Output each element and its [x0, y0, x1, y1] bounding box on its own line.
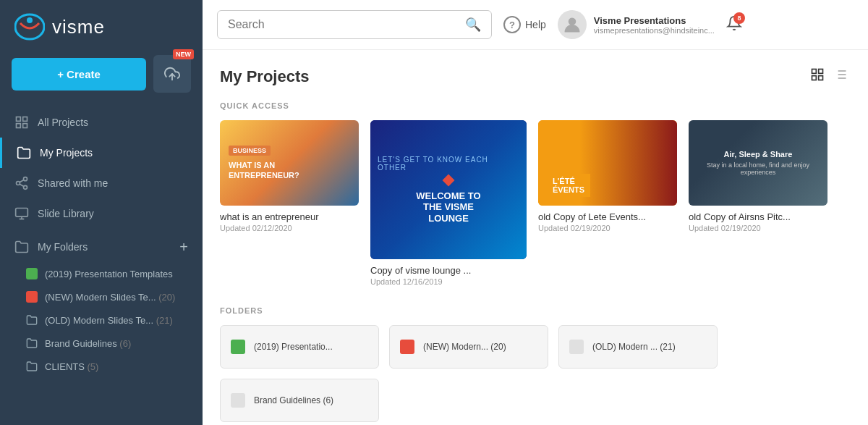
- folder-card-1[interactable]: (2019) Presentatio...: [220, 325, 379, 369]
- projects-grid: BUSINESS WHAT IS ANENTREPRENEUR? what is…: [220, 120, 851, 286]
- folder-list: (2019) Presentation Templates (NEW) Mode…: [0, 262, 203, 378]
- notifications-button[interactable]: 8: [726, 15, 742, 35]
- folder-card-icon-3: [569, 340, 584, 354]
- folder-card-label-4: Brand Guidelines (6): [254, 395, 333, 405]
- sidebar-folder-2019[interactable]: (2019) Presentation Templates: [0, 262, 203, 285]
- folder-color-new-modern: [26, 291, 38, 303]
- help-circle-icon: ?: [503, 16, 521, 33]
- folder-card-2[interactable]: (NEW) Modern... (20): [389, 325, 548, 369]
- folder-label-clients: CLIENTS (5): [45, 361, 98, 372]
- grid-view-button[interactable]: [807, 64, 827, 88]
- topbar: 🔍 ? Help Visme Presentations vismepresen…: [203, 0, 868, 50]
- share-icon: [14, 176, 29, 190]
- sidebar-folder-brand[interactable]: Brand Guidelines (6): [0, 332, 203, 355]
- svg-line-11: [20, 180, 24, 182]
- project-thumbnail-3: L'ÉTÉÉVENTS: [538, 120, 677, 206]
- project-card-1[interactable]: BUSINESS WHAT IS ANENTREPRENEUR? what is…: [220, 120, 359, 286]
- folder-card-label-2: (NEW) Modern... (20): [423, 342, 506, 352]
- search-input[interactable]: [228, 18, 465, 31]
- upload-button[interactable]: NEW: [153, 55, 191, 93]
- folder-card-label-1: (2019) Presentatio...: [254, 342, 333, 352]
- help-label: Help: [525, 19, 546, 30]
- project-name-1: what is an entrepreneur: [220, 211, 359, 222]
- folder-outline-clients: [26, 361, 38, 372]
- svg-line-10: [20, 184, 24, 186]
- folder-label-new-modern: (NEW) Modern Slides Te... (20): [45, 292, 175, 303]
- my-folders-icon: [14, 240, 29, 254]
- avatar: [558, 10, 587, 39]
- thumb-subtitle-4: Stay in a local home, find and enjoy exp…: [696, 161, 820, 176]
- search-box[interactable]: 🔍: [217, 10, 492, 39]
- project-name-4: old Copy of Airsns Pitc...: [689, 211, 827, 222]
- project-date-4: Updated 02/19/2020: [689, 224, 827, 232]
- folder-label-brand: Brand Guidelines (6): [45, 338, 131, 349]
- add-folder-button[interactable]: +: [179, 240, 188, 254]
- svg-point-9: [24, 185, 27, 189]
- folder-label-old-modern: (OLD) Modern Slides Te... (21): [45, 315, 173, 326]
- svg-rect-6: [23, 124, 27, 128]
- folders-section-label: FOLDERS: [220, 306, 851, 315]
- my-folders-header[interactable]: My Folders +: [0, 232, 203, 262]
- grid-icon: [14, 115, 29, 130]
- list-view-icon: [833, 67, 848, 82]
- sidebar-folder-old-modern[interactable]: (OLD) Modern Slides Te... (21): [0, 308, 203, 332]
- my-folders-label: My Folders: [38, 241, 171, 253]
- svg-point-7: [24, 177, 27, 181]
- create-area: + Create NEW: [0, 49, 203, 104]
- user-area[interactable]: Visme Presentations vismepresentations@h…: [558, 10, 715, 39]
- folder-outline-brand: [26, 337, 38, 349]
- user-name: Visme Presentations: [594, 15, 715, 26]
- new-badge: NEW: [173, 49, 194, 59]
- nav-items: All Projects My Projects Shared with me …: [0, 104, 203, 232]
- svg-rect-4: [23, 117, 27, 122]
- logo-text: visme: [52, 16, 105, 38]
- project-card-3[interactable]: L'ÉTÉÉVENTS old Copy of Lete Events... U…: [538, 120, 677, 286]
- upload-icon: [164, 66, 180, 82]
- sidebar-item-slide-library[interactable]: Slide Library: [0, 198, 203, 229]
- project-thumbnail-2: LET'S GET TO KNOW EACH OTHER WELCOME TOT…: [370, 120, 527, 259]
- logo-area: visme: [0, 0, 203, 49]
- sidebar-item-my-projects[interactable]: My Projects: [0, 138, 203, 168]
- sidebar: visme + Create NEW All Projects My Proje…: [0, 0, 203, 425]
- project-date-1: Updated 02/12/2020: [220, 224, 359, 232]
- sidebar-folder-new-modern[interactable]: (NEW) Modern Slides Te... (20): [0, 285, 203, 308]
- sidebar-label-shared-with-me: Shared with me: [38, 177, 108, 189]
- thumb-subtitle-2: LET'S GET TO KNOW EACH OTHER: [378, 156, 519, 172]
- project-card-4[interactable]: Air, Sleep & Share Stay in a local home,…: [689, 120, 827, 286]
- folder-icon: [17, 146, 31, 160]
- create-button[interactable]: + Create: [12, 58, 146, 91]
- folder-card-4[interactable]: Brand Guidelines (6): [220, 379, 379, 422]
- folder-card-3[interactable]: (OLD) Modern ... (21): [558, 325, 718, 369]
- thumb-title-4: Air, Sleep & Share: [724, 150, 793, 159]
- sidebar-folder-clients[interactable]: CLIENTS (5): [0, 355, 203, 378]
- folder-label-2019: (2019) Presentation Templates: [45, 269, 173, 279]
- project-card-2[interactable]: LET'S GET TO KNOW EACH OTHER WELCOME TOT…: [370, 120, 527, 286]
- user-avatar-icon: [562, 14, 582, 35]
- help-button[interactable]: ? Help: [503, 16, 546, 33]
- sidebar-item-all-projects[interactable]: All Projects: [0, 107, 203, 138]
- folder-card-icon-2: [400, 340, 414, 354]
- page-title: My Projects: [220, 67, 310, 86]
- user-email: vismepresentations@hindsiteinc...: [594, 26, 715, 35]
- svg-rect-18: [812, 76, 817, 80]
- folders-grid: (2019) Presentatio... (NEW) Modern... (2…: [220, 325, 851, 422]
- notification-badge: 8: [733, 12, 745, 24]
- thumb-label-3: L'ÉTÉÉVENTS: [547, 174, 590, 197]
- sidebar-label-slide-library: Slide Library: [38, 208, 94, 219]
- folder-card-label-3: (OLD) Modern ... (21): [592, 342, 676, 352]
- list-view-button[interactable]: [830, 64, 851, 88]
- svg-point-1: [27, 17, 33, 23]
- project-thumbnail-4: Air, Sleep & Share Stay in a local home,…: [689, 120, 827, 206]
- svg-rect-5: [17, 124, 21, 128]
- thumb-lounge-text: WELCOME TOTHE VISMELOUNGE: [416, 190, 480, 224]
- thumb-heading-1: WHAT IS ANENTREPRENEUR?: [229, 160, 350, 181]
- svg-rect-19: [819, 76, 823, 80]
- content-area: My Projects QUICK ACCESS: [203, 50, 868, 425]
- folder-card-icon-4: [231, 393, 245, 408]
- folder-color-2019: [26, 268, 38, 279]
- svg-rect-16: [812, 70, 817, 74]
- sidebar-item-shared-with-me[interactable]: Shared with me: [0, 168, 203, 198]
- svg-point-15: [569, 17, 576, 25]
- user-info: Visme Presentations vismepresentations@h…: [594, 15, 715, 35]
- page-title-row: My Projects: [220, 64, 851, 88]
